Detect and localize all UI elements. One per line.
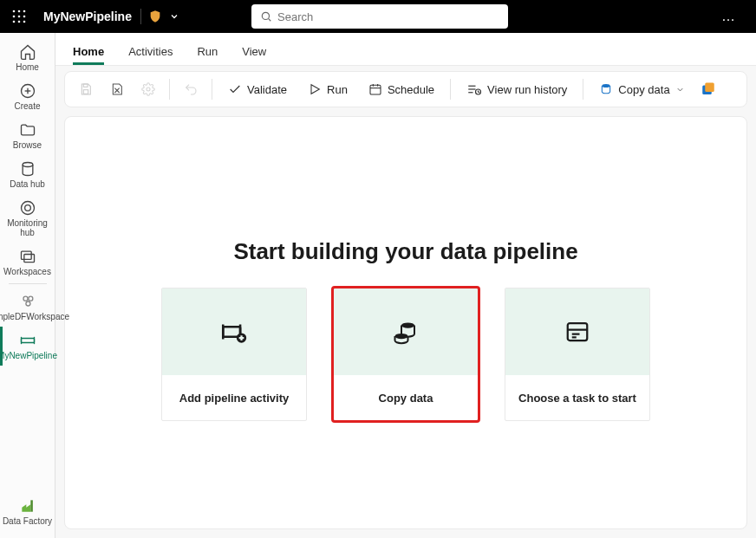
rail-datafactory[interactable]: Data Factory bbox=[2, 492, 54, 531]
rail-datahub-label: Data hub bbox=[10, 179, 45, 189]
validate-label: Validate bbox=[247, 83, 287, 96]
svg-point-2 bbox=[23, 10, 26, 13]
rail-monitoring[interactable]: Monitoring hub bbox=[2, 194, 54, 243]
svg-rect-25 bbox=[30, 500, 33, 511]
tab-run[interactable]: Run bbox=[197, 45, 218, 65]
rail-browse[interactable]: Browse bbox=[2, 116, 54, 155]
rail-workspaces[interactable]: Workspaces bbox=[2, 243, 54, 282]
toolbar: Validate Run Schedule View run history bbox=[64, 71, 747, 107]
validate-button[interactable]: Validate bbox=[219, 77, 296, 101]
svg-point-4 bbox=[18, 16, 21, 18]
schedule-button[interactable]: Schedule bbox=[360, 77, 443, 101]
svg-line-10 bbox=[269, 19, 271, 22]
copy-assistant-icon[interactable] bbox=[697, 78, 720, 100]
svg-point-7 bbox=[18, 21, 21, 23]
copy-data-button[interactable]: Copy data bbox=[590, 77, 693, 101]
toolbar-divider bbox=[169, 79, 170, 100]
tab-home[interactable]: Home bbox=[73, 45, 104, 65]
svg-point-30 bbox=[147, 88, 150, 91]
copy-data-label: Copy data bbox=[618, 83, 669, 96]
canvas-heading: Start building your data pipeline bbox=[233, 238, 577, 265]
svg-point-5 bbox=[23, 16, 26, 18]
toolbar-divider bbox=[450, 79, 451, 100]
ribbon-tabs: Home Activities Run View bbox=[55, 33, 756, 66]
rail-monitoring-label: Monitoring hub bbox=[2, 218, 54, 237]
svg-rect-18 bbox=[23, 255, 34, 263]
run-button[interactable]: Run bbox=[299, 77, 356, 101]
top-more-icon[interactable]: … bbox=[721, 9, 735, 24]
save-icon bbox=[72, 77, 100, 101]
card-choose-task[interactable]: Choose a task to start bbox=[505, 288, 650, 421]
svg-point-50 bbox=[395, 334, 408, 339]
svg-point-3 bbox=[13, 16, 16, 18]
rail-workspaces-label: Workspaces bbox=[3, 267, 51, 276]
svg-rect-42 bbox=[705, 83, 714, 93]
rail-create-label: Create bbox=[14, 101, 40, 111]
tab-view[interactable]: View bbox=[242, 45, 266, 65]
card-add-activity-label: Add pipeline activity bbox=[162, 375, 306, 420]
svg-point-15 bbox=[21, 202, 34, 215]
divider bbox=[140, 9, 141, 24]
svg-point-6 bbox=[13, 21, 16, 23]
rail-create[interactable]: Create bbox=[2, 77, 54, 116]
discard-icon[interactable] bbox=[103, 77, 131, 101]
rail-sampledfw[interactable]: SampleDFWorkspace bbox=[2, 288, 54, 327]
context-dropdown[interactable] bbox=[169, 11, 179, 22]
rail-home[interactable]: Home bbox=[2, 38, 54, 77]
tab-activities[interactable]: Activities bbox=[128, 45, 173, 65]
svg-point-16 bbox=[24, 205, 30, 211]
toolbar-divider bbox=[212, 79, 212, 100]
rail-browse-label: Browse bbox=[13, 140, 42, 150]
search-field[interactable] bbox=[277, 10, 499, 23]
svg-rect-27 bbox=[83, 90, 88, 94]
rail-separator bbox=[9, 283, 47, 284]
pipeline-canvas: Start building your data pipeline Add pi… bbox=[64, 116, 747, 529]
top-bar: MyNewPipeline … bbox=[0, 0, 756, 33]
svg-point-8 bbox=[23, 21, 26, 23]
rail-sampledfw-label: SampleDFWorkspace bbox=[0, 312, 69, 321]
svg-point-19 bbox=[23, 296, 28, 301]
main-area: Home Activities Run View bbox=[55, 33, 756, 538]
rail-datahub[interactable]: Data hub bbox=[2, 155, 54, 194]
svg-point-9 bbox=[262, 12, 269, 19]
svg-rect-17 bbox=[21, 251, 31, 259]
rail-home-label: Home bbox=[16, 62, 39, 72]
svg-point-0 bbox=[13, 10, 16, 13]
app-launcher-icon[interactable] bbox=[10, 8, 28, 25]
rail-mynewpipeline[interactable]: MyNewPipeline bbox=[0, 327, 52, 366]
view-run-history-button[interactable]: View run history bbox=[458, 76, 576, 102]
toolbar-divider bbox=[583, 79, 583, 100]
view-run-history-label: View run history bbox=[487, 83, 567, 96]
svg-rect-32 bbox=[370, 85, 381, 94]
svg-rect-51 bbox=[568, 323, 588, 340]
svg-rect-26 bbox=[83, 84, 88, 87]
rail-mynewpipeline-label: MyNewPipeline bbox=[0, 351, 57, 360]
card-choose-task-label: Choose a task to start bbox=[505, 375, 649, 420]
pipeline-title: MyNewPipeline bbox=[43, 10, 132, 23]
schedule-label: Schedule bbox=[388, 83, 434, 96]
starter-cards: Add pipeline activity Copy data Choose a… bbox=[161, 288, 650, 421]
card-copy-data[interactable]: Copy data bbox=[333, 288, 479, 421]
sensitivity-icon[interactable] bbox=[148, 10, 162, 23]
svg-rect-22 bbox=[21, 339, 34, 343]
run-label: Run bbox=[327, 83, 348, 96]
search-input[interactable] bbox=[251, 4, 508, 29]
svg-point-14 bbox=[23, 163, 33, 167]
left-rail: Home Create Browse Data hub Monitoring h… bbox=[0, 33, 55, 538]
svg-point-49 bbox=[401, 322, 414, 327]
rail-datafactory-label: Data Factory bbox=[3, 516, 52, 526]
svg-point-40 bbox=[603, 84, 610, 88]
svg-point-1 bbox=[18, 10, 21, 13]
svg-point-21 bbox=[25, 301, 29, 306]
settings-icon bbox=[134, 77, 162, 101]
card-add-activity[interactable]: Add pipeline activity bbox=[161, 288, 307, 421]
card-copy-data-label: Copy data bbox=[334, 375, 478, 420]
undo-icon bbox=[177, 77, 205, 101]
svg-point-20 bbox=[28, 296, 32, 301]
svg-marker-31 bbox=[311, 85, 319, 94]
